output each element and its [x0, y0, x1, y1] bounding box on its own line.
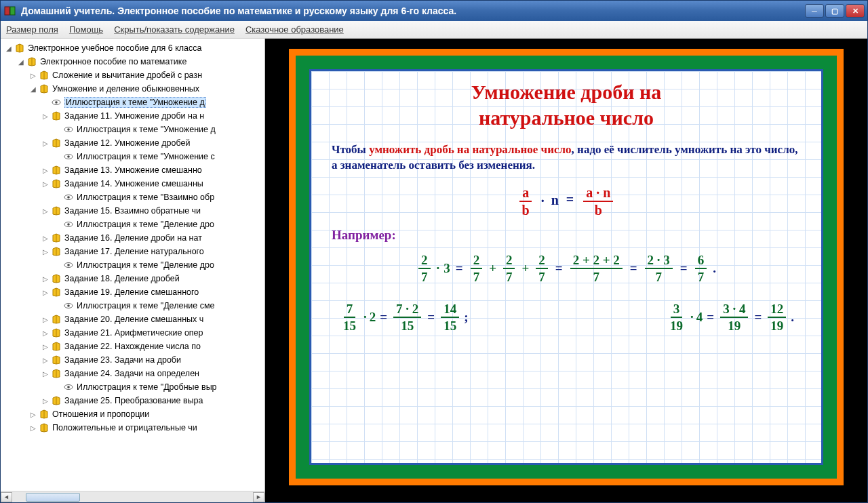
tree-item[interactable]: ▷Задание 22. Нахождение числа по: [3, 340, 264, 353]
tree-item[interactable]: ▷Задание 20. Деление смешанных ч: [3, 313, 264, 326]
expand-icon[interactable]: ▷: [41, 113, 50, 120]
close-button[interactable]: ✕: [846, 4, 865, 18]
tree-item[interactable]: ◢Умножение и деление обыкновенных: [3, 82, 264, 96]
illustration-icon: [63, 219, 74, 230]
scroll-track[interactable]: [12, 492, 253, 502]
tree-item[interactable]: ▷Задание 15. Взаимно обратные чи: [3, 204, 264, 218]
book-icon: [14, 43, 25, 54]
tree-item[interactable]: Иллюстрация к теме "Умножение д: [3, 96, 264, 109]
svg-point-24: [67, 264, 70, 266]
tree-item-label: Иллюстрация к теме "Взаимно обр: [77, 193, 214, 202]
tree-item[interactable]: ▷Задание 14. Умножение смешанны: [3, 177, 264, 190]
tree-item[interactable]: ◢Электронное пособие по математике: [3, 55, 264, 68]
maximize-button[interactable]: ▢: [825, 4, 844, 18]
tree-item[interactable]: ▷Задание 13. Умножение смешанно: [3, 163, 264, 177]
expand-icon[interactable]: ▷: [41, 140, 50, 147]
book-icon: [39, 409, 50, 420]
svg-point-20: [67, 223, 70, 226]
expand-icon[interactable]: ▷: [41, 370, 50, 378]
expand-icon[interactable]: ▷: [41, 275, 50, 283]
tree-item[interactable]: ▷Сложение и вычитание дробей с разн: [3, 68, 264, 82]
titlebar[interactable]: Домашний учитель. Электронное пособие по…: [1, 1, 867, 21]
collapse-icon[interactable]: ◢: [5, 45, 13, 52]
tree-item[interactable]: Иллюстрация к теме "Взаимно обр: [3, 190, 264, 204]
tree-item[interactable]: Иллюстрация к теме "Деление сме: [3, 299, 264, 313]
tree-item[interactable]: Иллюстрация к теме "Дробные выр: [3, 380, 264, 394]
collapse-icon[interactable]: ◢: [17, 58, 25, 66]
slide-title-line2: натуральное число: [479, 106, 654, 129]
tree-item-label: Задание 14. Умножение смешанны: [64, 179, 203, 188]
illustration-icon: [63, 124, 74, 135]
tree-item[interactable]: Иллюстрация к теме "Деление дро: [3, 258, 264, 272]
tree-item[interactable]: ▷Положительные и отрицательные чи: [3, 421, 264, 435]
tree-item[interactable]: ▷Задание 24. Задачи на определен: [3, 367, 264, 380]
rule-text: Чтобы умножить дробь на натуральное числ…: [332, 142, 801, 174]
expand-icon[interactable]: ▷: [41, 316, 50, 323]
toc-h-scrollbar[interactable]: ◄ ►: [1, 491, 264, 502]
tree-item[interactable]: Иллюстрация к теме "Деление дро: [3, 218, 264, 231]
book-icon: [51, 355, 62, 365]
expand-icon[interactable]: ▷: [41, 207, 50, 215]
tree-item-label: Иллюстрация к теме "Деление сме: [77, 301, 215, 310]
tree-item-label: Задание 21. Арифметические опер: [64, 328, 203, 338]
tree-item[interactable]: Иллюстрация к теме "Умножение с: [3, 150, 264, 163]
svg-point-17: [67, 196, 70, 199]
expand-icon[interactable]: ▷: [41, 397, 50, 405]
illustration-icon: [63, 382, 74, 393]
example-2: 715 ·2 = 7 · 215 = 1415 ; 319 ·4 =: [332, 302, 801, 332]
window-title: Домашний учитель. Электронное пособие по…: [21, 5, 805, 16]
content-panel: Умножение дроби на натуральное число Что…: [265, 39, 867, 502]
tree-item-label: Иллюстрация к теме "Умножение д: [77, 125, 216, 134]
scroll-left-button[interactable]: ◄: [1, 492, 12, 502]
menu-field-size[interactable]: Размер поля: [6, 24, 58, 35]
scroll-right-button[interactable]: ►: [253, 492, 264, 502]
collapse-icon[interactable]: ◢: [29, 85, 37, 93]
tree-item[interactable]: Иллюстрация к теме "Умножение д: [3, 123, 264, 136]
expand-icon[interactable]: ▷: [41, 289, 50, 296]
tree-item[interactable]: ◢Электронное учебное пособие для 6 класс…: [3, 41, 264, 55]
book-icon: [39, 83, 50, 94]
book-icon: [51, 165, 62, 176]
tree-item-label: Задание 12. Умножение дробей: [64, 138, 190, 148]
tree-item[interactable]: ▷Задание 11. Умножение дроби на н: [3, 109, 264, 123]
tree-item-label: Задание 19. Деление смешанного: [64, 287, 199, 297]
tree-item[interactable]: ▷Задание 19. Деление смешанного: [3, 285, 264, 299]
expand-icon[interactable]: ▷: [29, 411, 37, 418]
slide-card: Умножение дроби на натуральное число Что…: [309, 69, 823, 465]
tree-item-label: Электронное пособие по математике: [40, 57, 186, 66]
tree-item[interactable]: ▷Задание 25. Преобразование выра: [3, 394, 264, 407]
tree-item-label: Отношения и пропорции: [52, 409, 149, 419]
menu-help[interactable]: Помощь: [69, 24, 103, 35]
tree-item-label: Положительные и отрицательные чи: [52, 423, 197, 432]
tree-item[interactable]: ▷Задание 17. Деление натурального: [3, 245, 264, 258]
expand-icon[interactable]: ▷: [29, 72, 37, 79]
tree-item[interactable]: ▷Задание 16. Деление дроби на нат: [3, 231, 264, 245]
scroll-thumb[interactable]: [26, 493, 80, 502]
tree-item[interactable]: ▷Задание 23. Задачи на дроби: [3, 353, 264, 367]
svg-rect-0: [5, 7, 9, 15]
tree-item[interactable]: ▷Задание 12. Умножение дробей: [3, 136, 264, 150]
svg-point-28: [67, 304, 70, 307]
book-icon: [51, 314, 62, 325]
tree-item[interactable]: ▷Отношения и пропорции: [3, 407, 264, 421]
expand-icon[interactable]: ▷: [29, 424, 37, 432]
svg-point-10: [67, 128, 70, 131]
tree-item[interactable]: ▷Задание 18. Деление дробей: [3, 272, 264, 285]
expand-icon[interactable]: ▷: [41, 357, 50, 364]
expand-icon[interactable]: ▷: [41, 329, 50, 337]
tree-item[interactable]: ▷Задание 21. Арифметические опер: [3, 326, 264, 340]
formula-b2: b: [592, 202, 605, 217]
expand-icon[interactable]: ▷: [41, 167, 50, 174]
expand-icon[interactable]: ▷: [41, 180, 50, 188]
window-controls: ─ ▢ ✕: [805, 4, 865, 18]
expand-icon[interactable]: ▷: [41, 343, 50, 350]
minimize-button[interactable]: ─: [805, 4, 824, 18]
rule-pre: Чтобы: [332, 143, 369, 156]
expand-icon[interactable]: ▷: [41, 235, 50, 242]
menu-toggle-toc[interactable]: Скрыть/показать содержание: [114, 24, 235, 35]
expand-icon[interactable]: ▷: [41, 248, 50, 256]
menu-fairy-edu[interactable]: Сказочное образование: [245, 24, 344, 35]
toc-tree[interactable]: ◢Электронное учебное пособие для 6 класс…: [1, 39, 264, 491]
tree-item-label: Иллюстрация к теме "Деление дро: [77, 220, 214, 229]
toc-panel: ◢Электронное учебное пособие для 6 класс…: [1, 39, 265, 502]
